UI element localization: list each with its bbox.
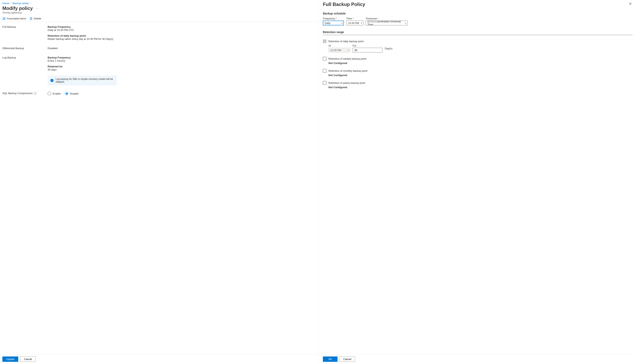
cancel-button[interactable]: Cancel (20, 356, 36, 362)
full-backup-retention-value: Retain backup taken every day at 10:30 P… (48, 38, 316, 40)
chevron-down-icon: ▾ (405, 22, 406, 24)
policy-content: Full Backup Backup Frequency Daily at 10… (0, 22, 318, 354)
differential-backup-value: Disabled (48, 47, 316, 50)
help-icon[interactable]: i (34, 92, 37, 94)
breadcrumb-home[interactable]: Home (3, 2, 9, 5)
trash-icon (30, 17, 32, 20)
retention-daily-checkbox[interactable] (323, 40, 327, 43)
frequency-label: Frequency* (323, 17, 344, 20)
info-icon: i (50, 79, 54, 82)
blade-footer: OK Cancel (318, 354, 637, 364)
close-blade-button[interactable]: ✕ (628, 2, 633, 6)
update-button[interactable]: Update (3, 356, 18, 362)
frequency-value: Daily (325, 22, 331, 24)
left-footer: Update Cancel (0, 354, 318, 364)
delete-button[interactable]: Delete (30, 17, 41, 20)
log-backup-retained-label: Retained for (48, 65, 316, 68)
full-backup-policy-blade: Full Backup Policy ✕ Backup schedule Fre… (318, 0, 637, 364)
chevron-down-icon: ▾ (348, 49, 349, 51)
log-backup-freq-label: Backup Frequency (48, 56, 316, 59)
more-actions-button[interactable]: ··· (35, 6, 40, 10)
retention-daily-for-input[interactable] (353, 48, 382, 52)
full-backup-freq-value: Daily at 10:30 PM UTC (48, 28, 316, 32)
retention-monthly-label: Retention of monthly backup point (329, 69, 368, 72)
differential-backup-section-label: Differential Backup (3, 47, 48, 50)
compression-disable-label: Disable (70, 92, 78, 95)
info-message-text: Log backup for DBs in simple recovery mo… (56, 78, 114, 83)
info-message: i Log backup for DBs in simple recovery … (48, 76, 117, 86)
close-icon: ✕ (629, 2, 632, 6)
retention-weekly-label: Retention of weekly backup point (329, 57, 366, 60)
timezone-dropdown[interactable]: (UTC) Coordinated Universal Time ▾ (366, 20, 407, 25)
timezone-value: (UTC) Coordinated Universal Time (368, 20, 405, 26)
compression-section-label: SQL Backup Compression i (3, 92, 48, 95)
breadcrumb: Home › Backup center › (0, 0, 318, 6)
retention-monthly-status: Not Configured (329, 74, 633, 77)
time-value: 10:30 PM (348, 22, 359, 24)
retention-yearly-status: Not Configured (329, 86, 633, 89)
retention-monthly-checkbox[interactable] (323, 69, 327, 72)
log-backup-retained-value: 30 days (48, 68, 316, 71)
chevron-right-icon: › (11, 2, 11, 5)
time-dropdown[interactable]: 10:30 PM ▾ (346, 20, 363, 25)
blade-cancel-button[interactable]: Cancel (340, 356, 355, 362)
page-title: Modify policy (3, 6, 33, 11)
blade-title: Full Backup Policy (323, 2, 365, 7)
associated-items-label: Associated items (7, 17, 26, 20)
chevron-down-icon: ▾ (342, 22, 343, 24)
page-subtitle: HourlyLogBackup (0, 11, 318, 16)
log-backup-section-label: Log Backup (3, 56, 48, 59)
retention-weekly-checkbox[interactable] (323, 57, 327, 60)
retention-daily-unit: Day(s) (385, 47, 392, 50)
retention-daily-at-value: 10:30 PM (330, 49, 341, 52)
log-backup-freq-value: Every 1 hour(s) (48, 59, 316, 62)
modify-policy-pane: Home › Backup center › Modify policy ···… (0, 0, 318, 364)
compression-enable-radio[interactable]: Enable (48, 92, 61, 95)
retention-yearly-checkbox[interactable] (323, 81, 327, 84)
breadcrumb-backup-center[interactable]: Backup center (13, 2, 29, 5)
command-bar: Associated items Delete (0, 16, 318, 22)
frequency-dropdown[interactable]: Daily ▾ (323, 20, 344, 25)
timezone-label: Timezone* (366, 17, 407, 20)
backup-schedule-heading: Backup schedule (323, 12, 633, 15)
full-backup-freq-label: Backup Frequency (48, 25, 316, 28)
retention-daily-for-label: For (353, 44, 382, 47)
ok-button[interactable]: OK (323, 356, 338, 362)
retention-range-heading: Retention range (323, 30, 633, 35)
chevron-right-icon: › (30, 2, 31, 5)
associated-items-button[interactable]: Associated items (3, 17, 26, 20)
full-backup-section-label: Full Backup (3, 25, 48, 28)
compression-disable-radio[interactable]: Disable (65, 92, 78, 95)
retention-daily-at-label: At (329, 44, 350, 47)
compression-enable-label: Enable (53, 92, 61, 95)
full-backup-retention-label: Retention of daily backup point (48, 34, 316, 37)
list-icon (3, 17, 5, 20)
retention-daily-label: Retention of daily backup point (329, 40, 364, 43)
retention-daily-at-dropdown: 10:30 PM ▾ (329, 48, 350, 52)
time-label: Time* (346, 17, 363, 20)
delete-label: Delete (34, 17, 41, 20)
chevron-down-icon: ▾ (361, 22, 362, 24)
retention-yearly-label: Retention of yearly backup point (329, 82, 365, 84)
retention-weekly-status: Not Configured (329, 62, 633, 64)
